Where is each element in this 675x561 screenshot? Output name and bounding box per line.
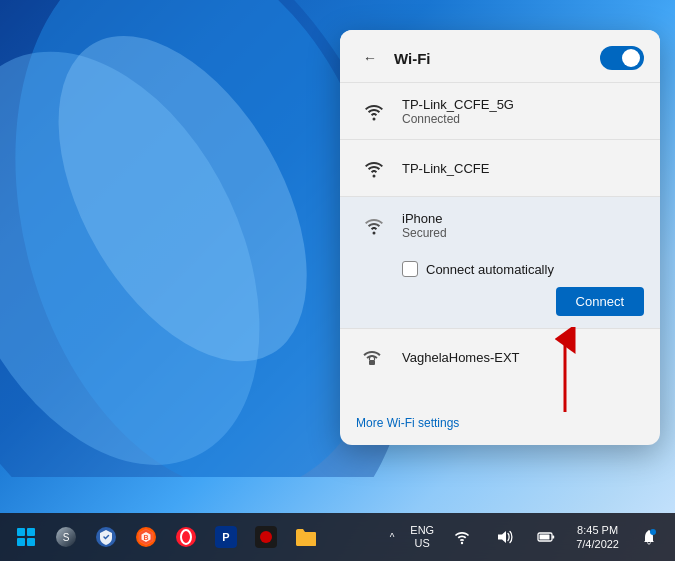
svg-point-28 xyxy=(461,541,463,543)
svg-rect-12 xyxy=(17,538,25,546)
svg-text:B: B xyxy=(143,534,148,541)
region-text: US xyxy=(415,537,430,550)
network-item-tp-link[interactable]: TP-Link_CCFE xyxy=(340,140,660,196)
network-name-3: iPhone xyxy=(402,211,644,226)
taskbar: S B xyxy=(0,513,675,561)
app5-icon[interactable]: P xyxy=(208,519,244,555)
wifi-signal-icon-2 xyxy=(356,150,392,186)
start-button[interactable] xyxy=(8,519,44,555)
steam-icon[interactable]: S xyxy=(48,519,84,555)
network-name-4: VaghelaHomes-EXT xyxy=(402,350,644,365)
network-name-1: TP-Link_CCFE_5G xyxy=(402,97,644,112)
network-status-3: Secured xyxy=(402,226,644,240)
network-info-iphone: iPhone Secured xyxy=(402,211,644,240)
file-explorer-icon[interactable] xyxy=(288,519,324,555)
battery-icon[interactable] xyxy=(528,519,564,555)
svg-point-4 xyxy=(373,118,376,121)
svg-text:S: S xyxy=(63,532,70,543)
date-display: 7/4/2022 xyxy=(576,537,619,551)
network-name-2: TP-Link_CCFE xyxy=(402,161,644,176)
language-text: ENG xyxy=(410,524,434,537)
taskbar-right: ^ ENG US xyxy=(384,519,667,555)
network-status-1: Connected xyxy=(402,112,644,126)
network-item-vaghela[interactable]: VaghelaHomes-EXT xyxy=(340,329,660,385)
svg-point-32 xyxy=(650,529,656,535)
chevron-up-icon: ^ xyxy=(390,532,395,543)
back-button[interactable]: ← xyxy=(356,44,384,72)
connect-auto-checkbox[interactable] xyxy=(402,261,418,277)
wifi-panel: ← Wi-Fi TP-Link_CCFE_5G Connecte xyxy=(340,30,660,445)
app6-icon[interactable] xyxy=(248,519,284,555)
network-expanded-iphone: Connect automatically Connect xyxy=(340,253,660,328)
desktop: ← Wi-Fi TP-Link_CCFE_5G Connecte xyxy=(0,0,675,561)
svg-rect-31 xyxy=(540,535,550,540)
clock-area[interactable]: 8:45 PM 7/4/2022 xyxy=(570,521,625,554)
wifi-header-left: ← Wi-Fi xyxy=(356,44,431,72)
network-info-tp-link: TP-Link_CCFE xyxy=(402,161,644,176)
svg-rect-7 xyxy=(369,360,375,365)
tray-chevron[interactable]: ^ xyxy=(384,528,401,547)
opera-icon[interactable] xyxy=(168,519,204,555)
notification-bell[interactable] xyxy=(631,519,667,555)
connect-auto-label: Connect automatically xyxy=(426,262,554,277)
svg-point-27 xyxy=(260,531,272,543)
volume-icon[interactable] xyxy=(486,519,522,555)
network-item-tp-link-5g[interactable]: TP-Link_CCFE_5G Connected xyxy=(340,83,660,139)
network-info-vaghela: VaghelaHomes-EXT xyxy=(402,350,644,365)
language-indicator[interactable]: ENG US xyxy=(406,522,438,552)
taskbar-wifi-icon[interactable] xyxy=(444,519,480,555)
network-item-iphone[interactable]: iPhone Secured xyxy=(340,197,660,253)
network-info-tp-link-5g: TP-Link_CCFE_5G Connected xyxy=(402,97,644,126)
connect-button-row: Connect xyxy=(402,287,644,316)
vpn-icon[interactable] xyxy=(88,519,124,555)
connect-auto-row: Connect automatically xyxy=(402,261,644,277)
time-display: 8:45 PM xyxy=(577,523,618,537)
taskbar-left: S B xyxy=(8,519,324,555)
arrow-annotation xyxy=(545,327,585,421)
toggle-thumb xyxy=(622,49,640,67)
svg-rect-13 xyxy=(27,538,35,546)
brave-icon[interactable]: B xyxy=(128,519,164,555)
svg-rect-10 xyxy=(17,528,25,536)
svg-point-5 xyxy=(373,175,376,178)
wifi-lock-icon-4 xyxy=(356,339,392,375)
svg-rect-30 xyxy=(552,536,554,539)
spacer xyxy=(340,385,660,401)
wifi-panel-title: Wi-Fi xyxy=(394,50,431,67)
wifi-signal-icon-3 xyxy=(356,207,392,243)
more-settings-link[interactable]: More Wi-Fi settings xyxy=(356,416,459,430)
wifi-toggle[interactable] xyxy=(600,46,644,70)
connect-button[interactable]: Connect xyxy=(556,287,644,316)
wifi-panel-header: ← Wi-Fi xyxy=(340,30,660,82)
more-settings: More Wi-Fi settings xyxy=(340,401,660,437)
svg-text:P: P xyxy=(222,531,229,543)
svg-rect-11 xyxy=(27,528,35,536)
svg-point-6 xyxy=(373,232,376,235)
wifi-signal-icon-1 xyxy=(356,93,392,129)
